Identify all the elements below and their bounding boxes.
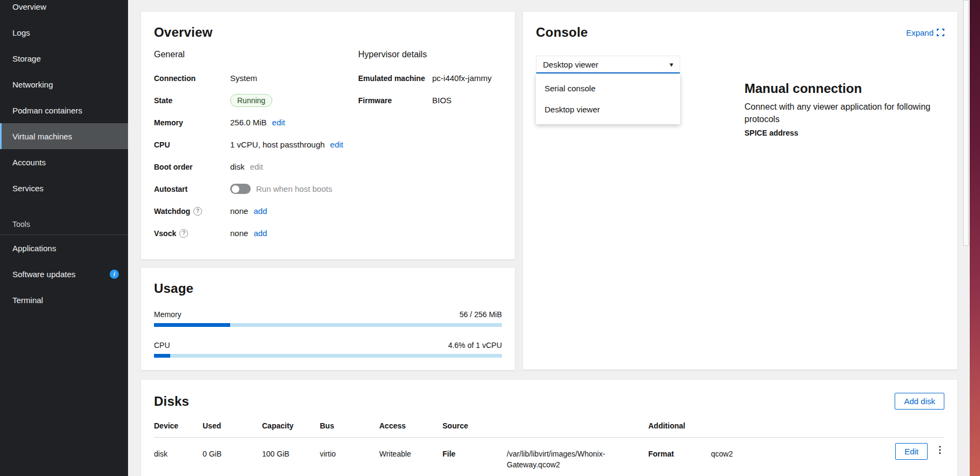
vsock-value: none: [230, 229, 248, 238]
connection-label: Connection: [154, 74, 230, 83]
state-label: State: [154, 96, 230, 105]
sidebar-item-podman-containers[interactable]: Podman containers: [0, 97, 128, 123]
col-header-spacer: [882, 421, 944, 438]
firmware-label: Firmware: [358, 96, 432, 105]
page-scrollbar[interactable]: [963, 0, 969, 476]
col-header-source: Source: [442, 421, 507, 438]
console-card: Console Expand Desktop viewer ▾ Serial c…: [523, 12, 957, 370]
expand-icon: [937, 29, 944, 36]
emulated-machine-label: Emulated machine: [358, 74, 432, 83]
spice-address-label: SPICE address: [744, 129, 940, 137]
main-content: Overview General Connection System State…: [128, 0, 970, 476]
usage-card-title: Usage: [154, 281, 502, 296]
overview-general-column: General Connection System State Running …: [154, 50, 358, 244]
sidebar-item-label: Software updates: [12, 270, 76, 279]
caret-down-icon: ▾: [669, 61, 673, 69]
sidebar-item-applications[interactable]: Applications: [0, 235, 128, 261]
sidebar-item-logs[interactable]: Logs: [0, 19, 128, 45]
state-row: State Running: [154, 89, 358, 111]
memory-row: Memory 256.0 MiB edit: [154, 111, 358, 133]
disk-bus-cell: virtio: [320, 438, 379, 470]
disk-additional-value-cell: qcow2: [711, 438, 882, 470]
sidebar-item-label: Terminal: [12, 296, 43, 305]
scrollbar-thumb[interactable]: [963, 0, 969, 246]
sidebar-item-services[interactable]: Services: [0, 175, 128, 201]
memory-edit-link[interactable]: edit: [272, 118, 285, 127]
emulated-machine-value: pc-i440fx-jammy: [432, 73, 492, 83]
disk-source-label-cell: File: [442, 438, 507, 470]
disk-used-cell: 0 GiB: [203, 438, 262, 470]
autostart-desc: Run when host boots: [256, 184, 332, 193]
sidebar-item-accounts[interactable]: Accounts: [0, 149, 128, 175]
sidebar-item-label: Services: [12, 184, 44, 193]
console-card-title: Console: [536, 25, 588, 40]
watchdog-add-link[interactable]: add: [253, 206, 267, 216]
sidebar-item-label: Podman containers: [12, 106, 82, 115]
boot-order-row: Boot order disk edit: [154, 156, 358, 178]
disk-access-cell: Writeable: [379, 438, 442, 470]
help-icon[interactable]: ?: [193, 207, 202, 216]
manual-connection-section: Manual connection Connect with any viewe…: [744, 81, 940, 137]
sidebar-tools-list: Applications Software updates i Terminal: [0, 235, 128, 313]
info-icon: i: [110, 270, 119, 279]
disk-additional-label-cell: Format: [648, 438, 711, 470]
watchdog-label: Watchdog: [154, 207, 190, 216]
autostart-toggle[interactable]: [230, 184, 251, 194]
cpu-label: CPU: [154, 140, 230, 149]
disk-source-path-cell: /var/lib/libvirt/images/Whonix-Gateway.q…: [507, 438, 648, 470]
overview-columns: General Connection System State Running …: [154, 50, 502, 244]
disk-edit-button[interactable]: Edit: [895, 443, 928, 460]
console-type-dropdown-menu: Serial console Desktop viewer: [536, 73, 680, 124]
manual-connection-description: Connect with any viewer application for …: [744, 100, 940, 125]
col-header-bus: Bus: [320, 421, 379, 438]
expand-label: Expand: [906, 28, 934, 37]
vsock-add-link[interactable]: add: [253, 229, 267, 238]
help-icon[interactable]: ?: [179, 229, 188, 238]
memory-usage-value: 56 / 256 MiB: [459, 310, 502, 319]
sidebar-item-storage[interactable]: Storage: [0, 45, 128, 71]
console-type-select[interactable]: Desktop viewer ▾: [536, 56, 680, 73]
cpu-usage-value: 4.6% of 1 vCPU: [448, 341, 502, 350]
autostart-label: Autostart: [154, 185, 230, 193]
console-expand-button[interactable]: Expand: [906, 28, 944, 37]
sidebar-item-terminal[interactable]: Terminal: [0, 287, 128, 313]
menu-item-serial-console[interactable]: Serial console: [536, 78, 680, 99]
sidebar-item-overview[interactable]: Overview: [0, 0, 128, 19]
memory-progress-fill: [154, 323, 230, 327]
memory-value: 256.0 MiB: [230, 118, 267, 127]
memory-usage-row: Memory 56 / 256 MiB: [154, 310, 502, 319]
connection-row: Connection System: [154, 67, 358, 89]
add-disk-button[interactable]: Add disk: [895, 393, 944, 410]
hypervisor-heading: Hypervisor details: [358, 50, 502, 59]
disks-table: Device Used Capacity Bus Access Source A…: [154, 421, 944, 470]
sidebar-item-label: Applications: [12, 244, 56, 253]
console-type-selected-value: Desktop viewer: [543, 60, 669, 69]
sidebar-item-networking[interactable]: Networking: [0, 71, 128, 97]
sidebar-item-label: Storage: [12, 54, 41, 63]
col-header-device: Device: [154, 421, 203, 438]
memory-usage-label: Memory: [154, 310, 182, 319]
state-badge: Running: [230, 94, 272, 107]
sidebar-item-software-updates[interactable]: Software updates i: [0, 261, 128, 287]
sidebar-item-label: Virtual machines: [12, 132, 72, 141]
col-header-access: Access: [379, 421, 442, 438]
sidebar: Overview Logs Storage Networking Podman …: [0, 0, 128, 476]
virtual-machine-page: Overview Logs Storage Networking Podman …: [0, 0, 980, 476]
kebab-menu-icon[interactable]: ⋮: [935, 445, 944, 454]
cpu-usage-label: CPU: [154, 341, 170, 350]
cpu-edit-link[interactable]: edit: [330, 140, 343, 149]
boot-order-edit-link[interactable]: edit: [250, 162, 263, 171]
col-header-used: Used: [203, 421, 262, 438]
sidebar-section-tools: Tools: [0, 217, 128, 231]
col-header-capacity: Capacity: [262, 421, 320, 438]
menu-item-desktop-viewer[interactable]: Desktop viewer: [536, 99, 680, 120]
cpu-row: CPU 1 vCPU, host passthrough edit: [154, 133, 358, 156]
firmware-row: Firmware BIOS: [358, 89, 502, 111]
col-header-spacer: [507, 421, 648, 438]
toggle-knob: [232, 185, 239, 193]
disks-card: Disks Add disk Device Used Capacity Bus …: [141, 380, 957, 476]
sidebar-item-virtual-machines[interactable]: Virtual machines: [0, 123, 128, 149]
memory-progress-track: [154, 323, 502, 327]
memory-label: Memory: [154, 118, 230, 127]
sidebar-item-label: Overview: [12, 2, 46, 11]
